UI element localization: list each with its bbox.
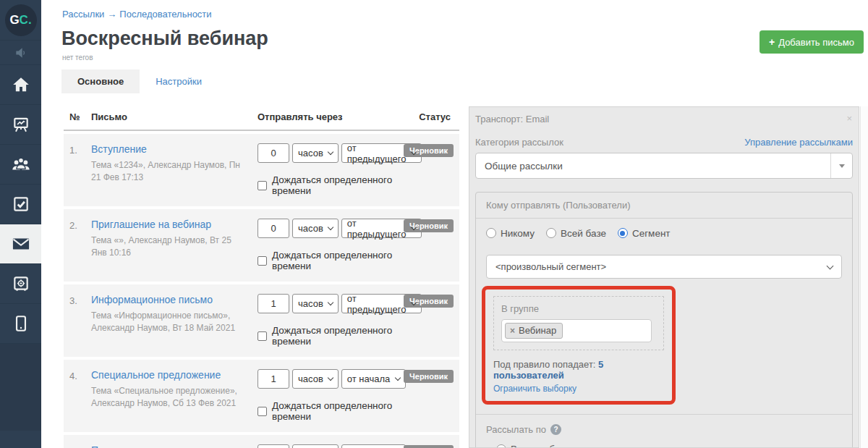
group-tag-input[interactable]: ×Вебинар [501, 319, 652, 342]
breadcrumb-arrow-icon: → [104, 9, 119, 20]
letter-subtitle: Тема «Информационное письмо», Александр … [91, 310, 258, 335]
wait-checkbox-label: Дождаться определенного времени [272, 250, 406, 271]
letter-title-link[interactable]: Информационное письмо [91, 294, 258, 305]
letter-subtitle: Тема «Специальное предложение», Александ… [91, 385, 258, 410]
group-tag: ×Вебинар [505, 323, 563, 339]
section-divider [476, 414, 852, 415]
unit-select-value: часов [298, 148, 323, 159]
col-header-num: № [69, 111, 91, 122]
hours-input[interactable] [258, 369, 289, 389]
letter-title-link[interactable]: Подводим итоги [91, 444, 258, 448]
mode-select-value: от предыдущего [347, 293, 407, 315]
radio-send-all-selected-label: Всем выбранным [511, 444, 590, 448]
send-by-label: Рассылать по [486, 424, 546, 435]
unit-select[interactable]: часов [292, 219, 339, 238]
sidebar-item-home[interactable] [0, 65, 41, 105]
sidebar-item-users[interactable] [0, 145, 41, 185]
home-icon [12, 75, 30, 94]
sidebar-item-mail[interactable] [0, 224, 41, 264]
letter-title-link[interactable]: Вступление [91, 143, 258, 155]
help-icon[interactable]: ? [550, 424, 561, 435]
unit-select[interactable]: часов [292, 369, 339, 389]
segment-select[interactable]: <произвольный сегмент> [486, 255, 842, 279]
hours-input[interactable] [258, 219, 289, 238]
select-arrow-box [830, 153, 852, 178]
breadcrumb: Рассылки→Последовательности [62, 9, 212, 20]
table-row: 5. Подводим итоги Тема «1234», Александр… [64, 435, 459, 448]
group-label: В группе [501, 303, 656, 314]
sidebar-item-safe[interactable] [0, 264, 41, 304]
chevron-down-icon [328, 375, 333, 381]
status-badge: Черновик [404, 445, 454, 448]
chart-board-icon [12, 115, 30, 134]
hours-input[interactable] [258, 444, 289, 448]
letter-title-link[interactable]: Приглашение на вебинар [91, 219, 258, 230]
phone-icon [12, 314, 30, 333]
table-row: 2. Приглашение на вебинар Тема «», Алекс… [64, 209, 459, 282]
mode-select[interactable]: от начала [341, 444, 406, 448]
unit-select-value: часов [298, 298, 323, 309]
recipients-box: Кому отправлять (Пользователи) Никому Вс… [475, 192, 853, 448]
limit-selection-link[interactable]: Ограничить выборку [493, 384, 576, 394]
unit-select[interactable]: часов [292, 444, 339, 448]
radio-whole-base-label: Всей базе [561, 228, 606, 239]
sidebar-item-announcements[interactable] [0, 41, 41, 65]
transport-panel: × Транспорт: Email Категория рассылок Уп… [469, 106, 859, 448]
table-header-row: № Письмо Отправлять через Статус [64, 107, 459, 131]
letter-subtitle: Тема «», Александр Наумов, Вт 25 Янв 10:… [91, 234, 258, 260]
col-header-letter: Письмо [91, 111, 258, 122]
hours-input[interactable] [258, 143, 289, 163]
group-tag-label: Вебинар [519, 325, 556, 336]
radio-nobody[interactable] [486, 228, 496, 238]
wait-checkbox[interactable] [258, 407, 267, 416]
mode-select[interactable]: от начала [341, 369, 406, 389]
close-icon[interactable]: × [846, 114, 852, 123]
radio-segment[interactable] [618, 228, 628, 238]
chevron-down-icon [328, 300, 333, 305]
breadcrumb-link-sequences[interactable]: Последовательности [119, 9, 211, 20]
envelope-icon [11, 234, 31, 254]
radio-send-all-selected[interactable] [496, 444, 506, 448]
letter-subtitle: Тема «1234», Александр Наумов, Пн 21 Фев… [91, 159, 258, 185]
wait-checkbox[interactable] [258, 331, 267, 341]
sidebar-item-analytics[interactable] [0, 105, 41, 145]
triangle-down-icon [839, 164, 845, 168]
tags-note: нет тегов [62, 54, 93, 62]
category-select[interactable]: Общие рассылки [475, 153, 853, 179]
table-row: 4. Специальное предложение Тема «Специал… [64, 360, 459, 432]
unit-select-value: часов [298, 373, 323, 384]
unit-select[interactable]: часов [292, 294, 339, 313]
row-number: 2. [69, 219, 91, 271]
col-header-status: Статус [419, 111, 456, 122]
unit-select[interactable]: часов [292, 143, 339, 163]
radio-segment-label: Сегмент [632, 228, 671, 239]
category-select-value: Общие рассылки [476, 161, 830, 172]
add-letter-button[interactable]: +Добавить письмо [760, 30, 864, 54]
row-number: 5. [69, 444, 91, 448]
tab-settings[interactable]: Настройки [140, 69, 218, 93]
wait-checkbox-label: Дождаться определенного времени [272, 325, 406, 347]
sidebar-item-tasks[interactable] [0, 185, 41, 224]
table-row: 3. Информационное письмо Тема «Информаци… [64, 284, 459, 357]
wait-checkbox[interactable] [258, 181, 267, 190]
panel-scrollbar[interactable] [860, 106, 868, 448]
hours-input[interactable] [258, 294, 289, 313]
letter-title-link[interactable]: Специальное предложение [91, 369, 258, 381]
table-row: 1. Вступление Тема «1234», Александр Нау… [64, 134, 459, 206]
breadcrumb-link-mailings[interactable]: Рассылки [62, 9, 104, 20]
main-content: Рассылки→Последовательности Воскресный в… [41, 0, 868, 448]
radio-whole-base[interactable] [546, 228, 556, 238]
app-logo[interactable]: GC. [0, 0, 41, 41]
wait-checkbox-label: Дождаться определенного времени [272, 174, 406, 196]
sidebar-item-mobile[interactable] [0, 304, 41, 344]
plus-icon: + [769, 36, 775, 48]
safe-icon [12, 274, 30, 293]
logo-letter-g: G [9, 13, 19, 28]
tab-main[interactable]: Основное [61, 69, 140, 93]
mode-select-value: от начала [347, 373, 390, 384]
manage-mailings-link[interactable]: Управление рассылками [744, 137, 853, 148]
wait-checkbox[interactable] [258, 256, 267, 266]
radio-nobody-label: Никому [501, 228, 535, 239]
row-number: 4. [69, 369, 91, 422]
remove-tag-icon[interactable]: × [510, 326, 515, 336]
